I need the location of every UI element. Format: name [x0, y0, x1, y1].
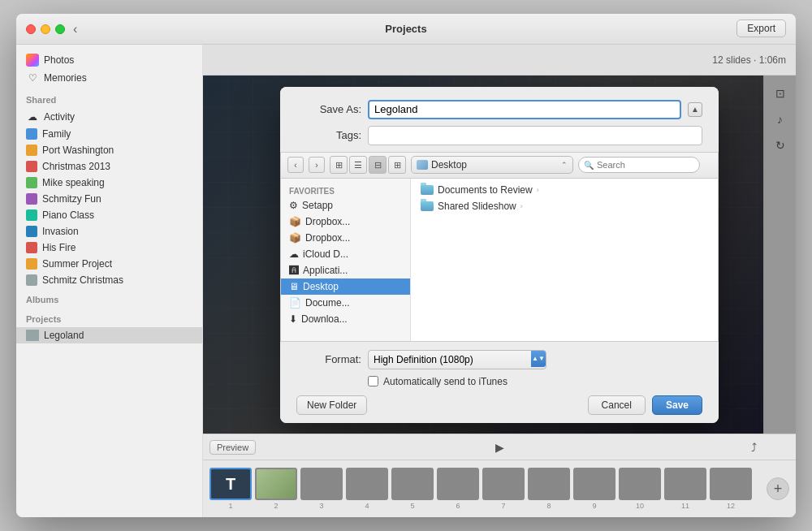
filmstrip-item-11[interactable]: 11 [664, 468, 706, 510]
sidebar-item-port-washington[interactable]: Port Washington [16, 142, 202, 158]
filmstrip-thumb-7[interactable] [482, 468, 525, 500]
filmstrip: T 1 2 3 [203, 460, 796, 517]
file-browser: ‹ › ⊞ ☰ ⊟ ⊞ Desktop [280, 152, 719, 342]
main-content: Photos ♡ Memories Shared ☁ Activity Fami… [16, 45, 796, 517]
filmstrip-thumb-5[interactable] [391, 468, 434, 500]
export-button[interactable]: Export [736, 19, 786, 37]
view-list-button[interactable]: ☰ [349, 156, 367, 174]
fb-item-setapp[interactable]: ⚙ Setapp [281, 197, 410, 214]
filmstrip-thumb-1[interactable]: T [209, 468, 252, 500]
location-dropdown[interactable]: Desktop ⌃ [411, 156, 573, 174]
filmstrip-item-12[interactable]: 12 [710, 468, 752, 510]
filmstrip-thumb-3[interactable] [300, 468, 343, 500]
sidebar-item-mike-speaking[interactable]: Mike speaking [16, 175, 202, 191]
back-button[interactable]: ‹ [73, 22, 77, 37]
new-folder-button[interactable]: New Folder [296, 395, 367, 415]
filmstrip-item-2[interactable]: 2 [255, 468, 297, 510]
fb-item-downloads[interactable]: ⬇ Downloa... [281, 311, 410, 327]
format-value: High Definition (1080p) [374, 354, 541, 365]
filmstrip-item-6[interactable]: 6 [437, 468, 479, 510]
filmstrip-item-9[interactable]: 9 [573, 468, 615, 510]
filmstrip-item-8[interactable]: 8 [528, 468, 570, 510]
sidebar-item-memories[interactable]: ♡ Memories [16, 69, 202, 87]
dialog-bottom: Format: High Definition (1080p) ▲▼ Autom… [280, 342, 719, 423]
save-as-input[interactable] [368, 100, 681, 119]
family-icon [26, 128, 37, 140]
filmstrip-thumb-6[interactable] [437, 468, 479, 500]
forward-nav-button[interactable]: › [309, 157, 325, 173]
sidebar-item-piano-class[interactable]: Piano Class [16, 207, 202, 223]
fb-item-desktop[interactable]: 🖥 Desktop [281, 278, 410, 295]
sidebar-item-family[interactable]: Family [16, 126, 202, 142]
view-icon-button[interactable]: ⊞ [330, 156, 348, 174]
documents-icon: 📄 [289, 297, 301, 309]
sidebar-item-his-fire[interactable]: His Fire [16, 240, 202, 256]
format-chevron-icon: ▲▼ [531, 351, 546, 367]
filmstrip-thumb-10[interactable] [619, 468, 661, 500]
fb-item-documents[interactable]: 📄 Docume... [281, 295, 410, 311]
search-input[interactable] [597, 160, 709, 170]
view-gallery-button[interactable]: ⊞ [388, 156, 406, 174]
content-topbar: 12 slides · 1:06m [203, 45, 796, 76]
location-folder-icon [417, 160, 428, 170]
filmstrip-item-7[interactable]: 7 [482, 468, 525, 510]
itunes-row: Automatically send to iTunes [296, 376, 702, 387]
collapse-button[interactable]: ▲ [688, 102, 702, 117]
legoland-icon [26, 330, 39, 341]
sidebar-item-schmitzy-fun[interactable]: Schmitzy Fun [16, 191, 202, 207]
itunes-checkbox[interactable] [368, 376, 378, 386]
back-nav-button[interactable]: ‹ [287, 157, 304, 173]
close-button[interactable] [26, 24, 36, 34]
filmstrip-thumb-12[interactable] [710, 468, 752, 500]
sidebar: Photos ♡ Memories Shared ☁ Activity Fami… [16, 45, 203, 517]
filmstrip-thumb-8[interactable] [528, 468, 570, 500]
sidebar-item-photos[interactable]: Photos [16, 51, 202, 69]
preview-button[interactable]: Preview [209, 440, 256, 455]
location-text: Desktop [431, 159, 558, 171]
export-icon-button[interactable]: ⤴ [751, 441, 757, 454]
fb-item-applications[interactable]: 🅰 Applicati... [281, 262, 410, 278]
traffic-lights [16, 24, 65, 34]
port-washington-icon [26, 145, 37, 156]
tags-input[interactable] [368, 126, 702, 145]
filmstrip-item-4[interactable]: 4 [346, 468, 388, 510]
filmstrip-item-5[interactable]: 5 [391, 468, 434, 510]
save-button[interactable]: Save [652, 395, 702, 415]
memories-icon: ♡ [26, 71, 39, 84]
bottom-area: Preview ▶ ⤴ T 1 [203, 434, 796, 517]
fb-item-icloud[interactable]: ☁ iCloud D... [281, 246, 410, 262]
itunes-label: Automatically send to iTunes [383, 376, 508, 387]
format-label: Format: [296, 353, 361, 365]
maximize-button[interactable] [55, 24, 65, 34]
search-icon: 🔍 [584, 161, 594, 170]
filmstrip-item-10[interactable]: 10 [619, 468, 661, 510]
filmstrip-thumb-9[interactable] [573, 468, 615, 500]
sidebar-item-christmas-2013[interactable]: Christmas 2013 [16, 158, 202, 175]
add-slide-button[interactable]: + [767, 477, 789, 500]
filmstrip-thumb-11[interactable] [664, 468, 706, 500]
fb-file-documents-to-review[interactable]: Documents to Review › [414, 182, 715, 198]
sidebar-item-schmitz-christmas[interactable]: Schmitz Christmas [16, 272, 202, 288]
filmstrip-item-3[interactable]: 3 [300, 468, 343, 510]
sidebar-item-legoland[interactable]: Legoland [16, 327, 202, 343]
minimize-button[interactable] [41, 24, 50, 34]
dialog-buttons: New Folder Cancel Save [296, 395, 702, 415]
sidebar-item-activity[interactable]: ☁ Activity [16, 108, 202, 126]
filmstrip-thumb-2[interactable] [255, 468, 297, 500]
view-column-button[interactable]: ⊟ [369, 156, 387, 174]
fb-file-shared-slideshow[interactable]: Shared Slideshow › [414, 198, 715, 214]
filmstrip-item-1[interactable]: T 1 [209, 468, 252, 510]
sidebar-item-invasion[interactable]: Invasion [16, 223, 202, 240]
filmstrip-thumb-4[interactable] [346, 468, 388, 500]
save-as-row: Save As: ▲ [296, 100, 702, 119]
file-search: 🔍 [578, 157, 700, 173]
sidebar-item-summer-project[interactable]: Summer Project [16, 256, 202, 272]
fb-sidebar: Favorites ⚙ Setapp 📦 Dropbox... [281, 179, 411, 341]
play-button[interactable]: ▶ [495, 441, 504, 454]
fb-item-dropbox2[interactable]: 📦 Dropbox... [281, 230, 410, 246]
his-fire-icon [26, 242, 37, 253]
fb-item-dropbox1[interactable]: 📦 Dropbox... [281, 214, 410, 230]
cancel-button[interactable]: Cancel [588, 395, 646, 415]
photos-icon [26, 54, 39, 67]
format-dropdown[interactable]: High Definition (1080p) ▲▼ [368, 350, 546, 369]
